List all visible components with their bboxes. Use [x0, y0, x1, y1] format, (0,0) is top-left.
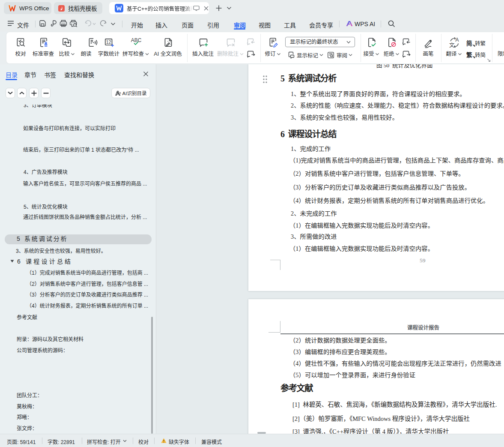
svg-text:A: A [455, 37, 459, 43]
svg-text:ABC: ABC [131, 37, 142, 43]
svg-text:文: 文 [449, 42, 455, 48]
svg-text:12: 12 [106, 39, 111, 45]
